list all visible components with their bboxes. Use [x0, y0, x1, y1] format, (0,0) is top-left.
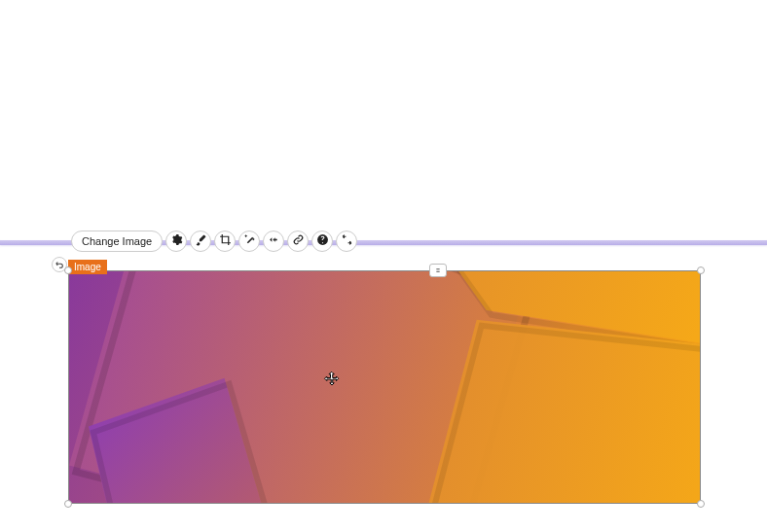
resize-handle-bottom-left[interactable] [64, 500, 72, 508]
paintbrush-icon [195, 233, 207, 249]
help-button[interactable] [311, 231, 333, 252]
stretch-button[interactable] [336, 231, 357, 252]
design-button[interactable] [190, 231, 211, 252]
resize-handle-bottom-right[interactable] [697, 500, 705, 508]
geometric-shapes [69, 271, 700, 504]
change-image-button[interactable]: Change Image [71, 231, 163, 252]
link-button[interactable] [287, 231, 309, 252]
resize-handle-top-right[interactable] [697, 266, 705, 274]
animation-icon [268, 233, 280, 249]
element-type-badge: Image [68, 260, 107, 274]
link-icon [292, 233, 305, 249]
settings-button[interactable] [165, 231, 187, 252]
wand-icon [243, 233, 256, 249]
undo-icon [55, 256, 64, 273]
help-icon [316, 233, 329, 249]
filters-button[interactable] [238, 231, 260, 252]
resize-handle-top-left[interactable] [64, 266, 72, 274]
image-toolbar: Change Image [71, 231, 357, 252]
crop-icon [219, 233, 232, 249]
stretch-icon [341, 233, 353, 249]
crop-button[interactable] [214, 231, 236, 252]
image-content [69, 271, 700, 503]
height-handle[interactable] [429, 264, 447, 277]
selected-image[interactable] [68, 270, 701, 504]
drag-vertical-icon [433, 262, 443, 279]
animation-button[interactable] [263, 231, 284, 252]
settings-icon [170, 233, 183, 249]
